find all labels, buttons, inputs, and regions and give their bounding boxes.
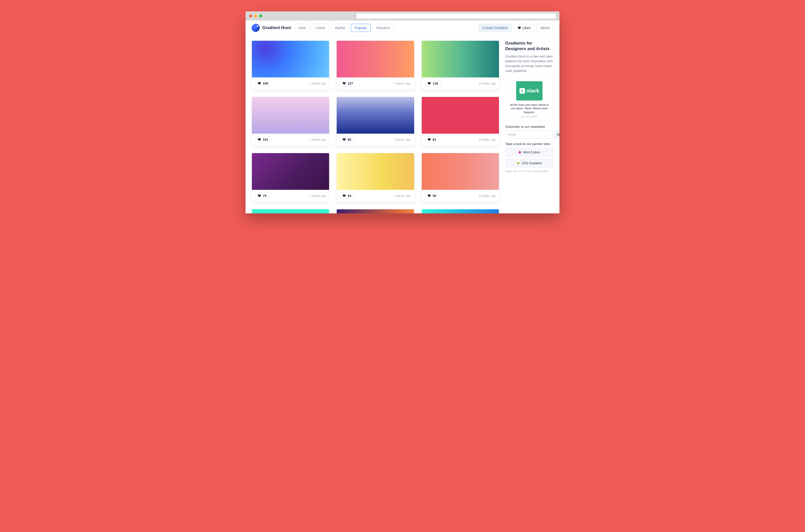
gradient-swatch[interactable]: [252, 41, 329, 77]
gradient-card[interactable]: 1273 weeks ago: [336, 40, 414, 90]
card-footer: 813 weeks ago: [422, 134, 499, 146]
ad-attribution: ads via Carbon: [508, 115, 550, 118]
sidebar: Gradients for Designers and Artists Grad…: [505, 40, 554, 173]
like-count: 127: [348, 81, 353, 85]
heart-icon: [518, 26, 521, 30]
window-titlebar: [246, 12, 559, 20]
email-field[interactable]: [505, 131, 553, 138]
about-link[interactable]: About: [537, 24, 554, 32]
card-footer: 1602 weeks ago: [252, 77, 329, 89]
maximize-window-dot[interactable]: [259, 15, 262, 17]
site-header: Gradient Hunt New Linear Radial Popular …: [246, 20, 559, 35]
heart-icon: [258, 138, 261, 141]
minimize-window-dot[interactable]: [254, 15, 257, 17]
card-timestamp: 2 weeks ago: [309, 82, 326, 85]
subscribe-label: Subscribe to our newsletter: [505, 125, 554, 129]
partner-label: CSS Gradient: [522, 161, 542, 165]
like-button[interactable]: 101: [255, 136, 271, 143]
gradient-swatch[interactable]: [337, 209, 414, 213]
like-count: 75: [263, 194, 266, 198]
credit-line: Made with ♥ by Franco Maldonado: [505, 170, 554, 173]
window-controls: [249, 15, 262, 17]
gradient-card[interactable]: 1602 weeks ago: [251, 40, 329, 90]
gradient-swatch[interactable]: [337, 41, 414, 77]
carbon-ad[interactable]: #slack All the tools your team needs in …: [505, 77, 554, 120]
gradient-card[interactable]: [251, 209, 329, 213]
card-timestamp: 3 weeks ago: [479, 82, 496, 85]
gradient-card[interactable]: 753 weeks ago: [251, 153, 329, 202]
gradient-swatch[interactable]: [337, 97, 414, 134]
like-button[interactable]: 81: [425, 136, 439, 143]
like-button[interactable]: 75: [255, 192, 269, 199]
card-timestamp: 3 weeks ago: [394, 138, 411, 141]
heart-icon: [428, 138, 431, 141]
create-gradient-button[interactable]: Create Gradient: [479, 23, 512, 32]
gradient-card[interactable]: 1012 weeks ago: [251, 97, 329, 146]
browser-window: Gradient Hunt New Linear Radial Popular …: [246, 12, 559, 213]
heart-icon: [342, 82, 346, 85]
nav-popular[interactable]: Popular: [351, 24, 371, 32]
nav-new[interactable]: New: [295, 24, 310, 32]
ad-text: All the tools your team needs in one pla…: [508, 103, 550, 114]
heart-icon: [258, 82, 261, 85]
gradient-card[interactable]: 813 weeks ago: [422, 97, 499, 146]
like-count: 81: [433, 138, 436, 141]
gradient-card[interactable]: 823 weeks ago: [336, 97, 414, 146]
gradient-card[interactable]: [336, 209, 414, 213]
heart-icon: [342, 194, 346, 197]
gradient-swatch[interactable]: [252, 153, 329, 190]
card-footer: 1273 weeks ago: [337, 77, 414, 89]
like-count: 64: [348, 194, 351, 198]
gradient-grid: 1602 weeks ago1273 weeks ago1183 weeks a…: [251, 40, 499, 213]
card-timestamp: 3 weeks ago: [394, 82, 411, 85]
card-timestamp: 2 weeks ago: [309, 138, 326, 141]
sidebar-description: Gradient Hunt is a free and open platfor…: [505, 54, 554, 73]
gradient-swatch[interactable]: [252, 209, 329, 213]
gradient-card[interactable]: 643 weeks ago: [336, 153, 414, 202]
partner-css-gradient[interactable]: CSS Gradient: [505, 159, 554, 168]
like-button[interactable]: 64: [340, 192, 354, 199]
gradient-card[interactable]: [422, 209, 499, 213]
like-button[interactable]: 127: [340, 80, 356, 87]
like-count: 50: [433, 194, 436, 198]
likes-label: Likes: [523, 26, 531, 30]
card-footer: 643 weeks ago: [337, 190, 414, 202]
nav-random[interactable]: Random: [373, 24, 394, 32]
brand[interactable]: Gradient Hunt: [251, 24, 291, 32]
like-button[interactable]: 118: [425, 80, 441, 87]
card-footer: 503 weeks ago: [422, 190, 499, 202]
card-timestamp: 3 weeks ago: [479, 194, 496, 198]
heart-icon: [258, 194, 261, 197]
like-button[interactable]: 50: [425, 192, 439, 199]
dot-icon: [519, 151, 521, 154]
subscribe-ok-button[interactable]: Ok: [555, 131, 559, 138]
gradient-swatch[interactable]: [252, 97, 329, 134]
nav-radial[interactable]: Radial: [331, 24, 349, 32]
card-timestamp: 3 weeks ago: [479, 138, 496, 141]
card-footer: 1012 weeks ago: [252, 134, 329, 146]
close-window-dot[interactable]: [249, 15, 252, 17]
likes-link[interactable]: Likes: [514, 24, 535, 32]
sidebar-title: Gradients for Designers and Artists: [505, 40, 554, 52]
like-button[interactable]: 82: [340, 136, 354, 143]
gradient-swatch[interactable]: [337, 153, 414, 190]
gradient-swatch[interactable]: [422, 153, 499, 190]
partners-label: Take a look to our partner sites: [505, 142, 554, 146]
gradient-swatch[interactable]: [422, 209, 499, 213]
gradient-swatch[interactable]: [422, 97, 499, 134]
heart-icon: [428, 82, 431, 85]
nav-linear[interactable]: Linear: [312, 24, 329, 32]
like-button[interactable]: 160: [255, 80, 271, 87]
dot-icon: [517, 162, 520, 165]
card-footer: 753 weeks ago: [252, 190, 329, 202]
gradient-card[interactable]: 1183 weeks ago: [422, 40, 499, 90]
card-timestamp: 3 weeks ago: [309, 194, 326, 198]
gradient-swatch[interactable]: [422, 41, 499, 77]
card-timestamp: 3 weeks ago: [394, 194, 411, 198]
partner-html-colors[interactable]: Html Colors: [505, 148, 554, 157]
slack-logo-icon: #slack: [516, 81, 542, 100]
heart-icon: [428, 194, 431, 197]
heart-icon: [342, 138, 346, 141]
gradient-card[interactable]: 503 weeks ago: [422, 153, 499, 202]
url-bar[interactable]: [356, 14, 556, 18]
